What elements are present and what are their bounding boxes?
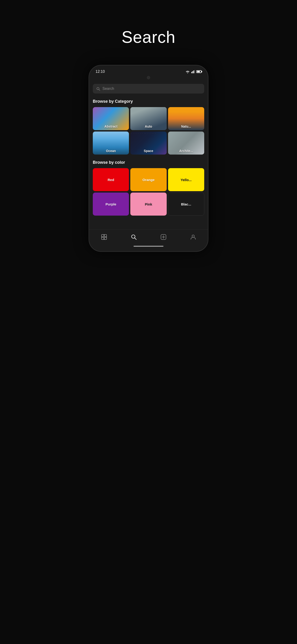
category-item-architecture[interactable]: Archite... xyxy=(168,132,204,154)
camera-notch xyxy=(89,76,208,80)
category-label-auto: Auto xyxy=(143,123,154,130)
search-bar-placeholder: Search xyxy=(102,86,200,91)
svg-rect-9 xyxy=(102,237,104,240)
profile-icon xyxy=(190,234,196,240)
category-item-abstract[interactable]: Abstract xyxy=(93,107,129,130)
category-item-ocean[interactable]: Ocean xyxy=(93,132,129,154)
search-bar-icon xyxy=(96,86,100,91)
screen-content: Search Browse by Category Abstract Auto xyxy=(89,80,208,216)
category-label-space: Space xyxy=(142,147,155,154)
nav-item-add[interactable] xyxy=(158,232,169,242)
svg-line-5 xyxy=(99,89,100,90)
category-label-abstract: Abstract xyxy=(102,123,119,130)
search-nav-icon xyxy=(131,234,137,240)
nav-item-profile[interactable] xyxy=(188,232,199,242)
color-item-yellow[interactable]: Yello... xyxy=(168,168,204,191)
color-label-pink: Pink xyxy=(145,202,152,206)
svg-rect-3 xyxy=(194,70,195,73)
svg-line-12 xyxy=(135,238,136,240)
status-time: 12:10 xyxy=(96,70,105,74)
svg-rect-2 xyxy=(194,70,194,73)
battery-icon xyxy=(196,70,202,73)
category-label-ocean: Ocean xyxy=(104,147,118,154)
camera-dot xyxy=(147,76,150,79)
color-label-orange: Orange xyxy=(142,178,155,182)
category-grid: Abstract Auto Natu... Ocean xyxy=(93,107,204,154)
phone-device: 12:10 xyxy=(89,65,208,252)
color-item-orange[interactable]: Orange xyxy=(130,168,166,191)
category-item-auto[interactable]: Auto xyxy=(130,107,166,130)
home-bar xyxy=(134,246,164,247)
category-label-architecture: Archite... xyxy=(177,147,195,154)
phone-screen: 12:10 xyxy=(89,66,208,251)
svg-point-16 xyxy=(192,235,194,237)
svg-rect-10 xyxy=(104,237,106,240)
color-item-red[interactable]: Red xyxy=(93,168,129,191)
nav-item-gallery[interactable] xyxy=(98,232,110,242)
category-label-nature: Natu... xyxy=(179,123,193,130)
color-section: Browse by color Red Orange Yello... xyxy=(93,160,204,216)
color-label-yellow: Yello... xyxy=(181,178,192,182)
color-section-title: Browse by color xyxy=(93,160,204,165)
color-label-red: Red xyxy=(108,178,114,182)
svg-rect-8 xyxy=(104,234,106,237)
home-indicator xyxy=(89,244,208,251)
bottom-nav xyxy=(89,230,208,244)
page-title: Search xyxy=(122,28,176,46)
color-item-pink[interactable]: Pink xyxy=(130,192,166,216)
color-label-purple: Purple xyxy=(106,202,116,206)
status-icons xyxy=(185,70,202,74)
category-item-nature[interactable]: Natu... xyxy=(168,107,204,130)
category-section-title: Browse by Category xyxy=(93,99,204,104)
nav-item-search[interactable] xyxy=(128,232,140,242)
svg-rect-0 xyxy=(191,72,192,73)
search-bar[interactable]: Search xyxy=(93,84,204,94)
svg-rect-7 xyxy=(102,234,104,237)
wifi-icon xyxy=(185,70,190,74)
category-section: Browse by Category Abstract Auto Natu... xyxy=(93,99,204,154)
category-item-space[interactable]: Space xyxy=(130,132,166,154)
gallery-icon xyxy=(101,234,107,240)
color-item-purple[interactable]: Purple xyxy=(93,192,129,216)
svg-rect-1 xyxy=(192,71,193,73)
add-icon xyxy=(160,234,166,240)
color-item-black[interactable]: Blac... xyxy=(168,192,204,216)
color-label-black: Blac... xyxy=(181,202,191,206)
signal-icon xyxy=(191,70,195,73)
status-bar: 12:10 xyxy=(89,66,208,76)
color-grid: Red Orange Yello... Purple xyxy=(93,168,204,216)
